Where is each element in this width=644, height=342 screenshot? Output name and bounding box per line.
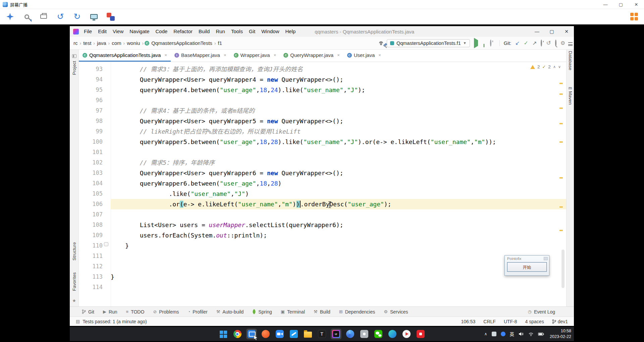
git-update-icon[interactable]: ↙ <box>515 41 520 46</box>
settings-gear-icon[interactable]: ⚙ <box>560 41 565 46</box>
close-button[interactable]: ✕ <box>629 0 644 9</box>
breadcrumb-item[interactable]: QqmastersApplicationTests <box>150 40 213 46</box>
menu-tools[interactable]: Tools <box>228 26 246 37</box>
tool-button-build[interactable]: ⚒Build <box>314 309 330 315</box>
menu-git[interactable]: Git <box>246 26 258 37</box>
tab-close-icon[interactable]: × <box>337 53 340 58</box>
warning-stripe-mark[interactable] <box>559 177 563 179</box>
monitor-icon[interactable] <box>88 11 100 23</box>
line-ending[interactable]: CRLF <box>483 319 496 324</box>
tab-close-icon[interactable]: × <box>224 53 226 58</box>
ide-close-button[interactable]: ✕ <box>559 26 574 37</box>
sidebar-item-structure[interactable]: Structure <box>70 242 78 261</box>
line-number[interactable]: 109 <box>79 230 111 241</box>
warning-stripe-mark[interactable] <box>559 141 563 143</box>
line-number[interactable]: 101 <box>79 147 111 157</box>
tool-button-profiler[interactable]: ◔Profiler <box>187 309 207 315</box>
line-number[interactable]: 97 <box>79 106 111 116</box>
warning-stripe-mark[interactable] <box>559 83 563 84</box>
tool-button-spring[interactable]: Spring <box>252 309 272 315</box>
code-line[interactable]: 96 <box>79 95 566 106</box>
line-number[interactable]: 99 <box>79 126 111 137</box>
line-number[interactable]: 94 <box>79 74 111 85</box>
code-line[interactable]: 93 // 需求3：基于上面的，再添加模糊查询，查询J开头的姓名 <box>79 64 566 74</box>
line-number[interactable]: 100 <box>79 137 111 147</box>
run-button[interactable] <box>474 40 478 46</box>
editor-tabs-menu-icon[interactable] <box>567 42 574 46</box>
menu-help[interactable]: Help <box>282 26 299 37</box>
menu-window[interactable]: Window <box>258 26 282 37</box>
code-line[interactable]: 108 List<User> users = userMapper.select… <box>79 220 566 230</box>
event-log-button[interactable]: ◷Event Log <box>528 309 555 315</box>
breadcrumb-item[interactable]: woniu <box>126 40 141 46</box>
sidebar-item-favorites[interactable]: Favorites <box>70 272 78 291</box>
taskbar-icon-chrome[interactable] <box>232 329 243 339</box>
line-number[interactable]: 93 <box>79 64 111 74</box>
code-line[interactable]: 112 <box>79 261 566 272</box>
code-editor[interactable]: 93 // 需求3：基于上面的，再添加模糊查询，查询J开头的姓名94 Query… <box>79 62 566 306</box>
menu-build[interactable]: Build <box>196 26 213 37</box>
code-lines[interactable]: 93 // 需求3：基于上面的，再添加模糊查询，查询J开头的姓名94 Query… <box>79 62 566 306</box>
project-tool-icon[interactable] <box>70 54 78 58</box>
prev-issue-icon[interactable]: ∧ <box>553 65 556 69</box>
code-line[interactable]: 109 users.forEach(System.out::println); <box>79 230 566 241</box>
taskbar-icon-typora[interactable]: T <box>317 329 327 339</box>
code-line[interactable]: 95 queryWrapper4.between("user_age",18,2… <box>79 85 566 95</box>
menu-file[interactable]: File <box>81 26 95 37</box>
taskbar-icon-windows-start[interactable] <box>218 329 229 339</box>
breadcrumb-item[interactable]: rc <box>72 40 79 46</box>
line-number[interactable]: 107 <box>79 209 111 220</box>
print-icon[interactable] <box>38 11 50 23</box>
input-method-indicator[interactable]: 英 <box>510 331 515 337</box>
line-number[interactable]: 102 <box>79 157 111 168</box>
editor-tab[interactable]: CQueryWrapper.java× <box>280 50 343 62</box>
sidebar-item-database[interactable]: Database <box>567 51 574 70</box>
git-branch-widget[interactable]: dev1 <box>552 319 568 324</box>
code-line[interactable]: 94 QueryWrapper<User> queryWrapper4 = ne… <box>79 74 566 85</box>
code-line[interactable]: 113} <box>79 272 566 282</box>
breadcrumb-item[interactable]: f1 <box>217 40 223 46</box>
taskbar-icon-browser-2[interactable] <box>345 329 356 339</box>
pointofix-minimize-icon[interactable] <box>544 257 548 260</box>
taskbar-icon-app-orange[interactable] <box>260 329 271 339</box>
taskbar-icon-vscode[interactable] <box>288 329 299 339</box>
inspections-widget[interactable]: 2 ✓ 2 ∧ ∨ <box>530 64 561 69</box>
sidebar-item-project[interactable]: Project <box>70 61 78 75</box>
code-line[interactable]: 100 queryWrapper5.between("user_age",18,… <box>79 137 566 147</box>
editor-tab[interactable]: CQqmastersApplicationTests.java× <box>79 50 171 62</box>
gutter-marker-icon[interactable] <box>104 242 108 246</box>
tool-button-dependencies[interactable]: ⊞Dependencies <box>339 309 375 315</box>
sidebar-item-maven[interactable]: Maven <box>567 91 574 105</box>
git-commit-icon[interactable]: ✓ <box>524 41 528 46</box>
ide-minimize-button[interactable]: — <box>530 26 544 37</box>
zoom-edit-icon[interactable] <box>21 11 33 23</box>
speaker-icon[interactable] <box>519 332 524 336</box>
search-icon[interactable] <box>555 40 556 46</box>
status-message[interactable]: Tests passed: 1 (a minute ago) <box>83 319 147 324</box>
editor-tab[interactable]: CUser.java× <box>343 50 385 62</box>
taskbar-icon-tencent-meeting[interactable] <box>274 329 285 339</box>
menu-code[interactable]: Code <box>152 26 170 37</box>
line-number[interactable]: 96 <box>79 95 111 106</box>
taskbar-icon-media-player[interactable] <box>401 329 412 339</box>
menu-refactor[interactable]: Refactor <box>170 26 196 37</box>
taskbar-clock[interactable]: 10:58 2023-02-22 <box>550 328 571 340</box>
rollback-icon[interactable]: ↺ <box>546 40 551 46</box>
redo-icon[interactable]: ↻ <box>71 11 83 23</box>
tool-button-auto-build[interactable]: ⚒Auto-build <box>216 309 244 315</box>
line-number[interactable]: 95 <box>79 85 111 95</box>
warning-stripe-mark[interactable] <box>559 206 563 208</box>
line-number[interactable]: 105 <box>79 189 111 199</box>
code-line[interactable]: 110 } <box>79 241 566 251</box>
tab-close-icon[interactable]: × <box>274 53 276 58</box>
tool-button-git[interactable]: Git <box>82 309 94 315</box>
minimize-button[interactable]: — <box>598 0 613 9</box>
code-line[interactable]: 97 // 需求4：基于上面的条件，或者m结尾的 <box>79 106 566 116</box>
breadcrumb-item[interactable]: test <box>82 40 92 46</box>
code-line[interactable]: 111 <box>79 251 566 261</box>
code-line[interactable]: 104 queryWrapper6.between("user_age",18,… <box>79 178 566 189</box>
file-encoding[interactable]: UTF-8 <box>504 319 517 324</box>
scrollbar-thumb[interactable] <box>561 250 565 288</box>
taskbar-icon-file-explorer[interactable] <box>303 329 313 339</box>
favorites-star-icon[interactable]: ★ <box>70 298 78 303</box>
